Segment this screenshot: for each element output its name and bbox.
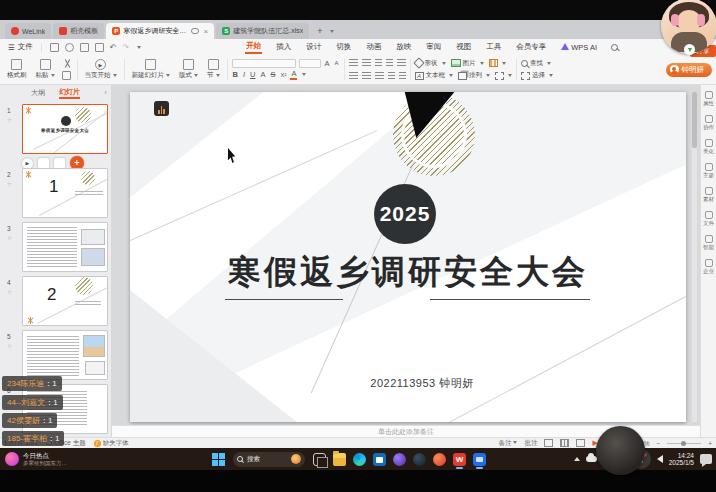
close-tab-icon[interactable]: × bbox=[204, 27, 209, 36]
notes-toggle[interactable]: 备注 bbox=[498, 439, 517, 448]
tab-wps-ai[interactable]: WPS AI bbox=[560, 42, 598, 53]
font-color-chevron-icon[interactable] bbox=[302, 73, 306, 76]
file-explorer-button[interactable] bbox=[333, 453, 346, 466]
webcam-expand-button[interactable] bbox=[684, 44, 695, 55]
tab-view[interactable]: 视图 bbox=[455, 41, 472, 53]
tab-docer[interactable]: 稻壳模板 bbox=[53, 23, 104, 39]
tab-member[interactable]: 会员专享 bbox=[515, 41, 547, 53]
tab-spreadsheet[interactable]: S 建筑学院队伍汇总.xlsx bbox=[216, 23, 309, 39]
taskbar-clock[interactable]: 14:24 2025/1/5 bbox=[669, 452, 694, 467]
sidebar-item-beautify[interactable]: 美化 bbox=[703, 139, 714, 155]
placeholder-button[interactable] bbox=[495, 72, 512, 80]
font-name-input[interactable] bbox=[232, 59, 296, 68]
arrange-button[interactable]: 排列 bbox=[458, 71, 490, 80]
sidebar-item-collab[interactable]: 协作 bbox=[703, 115, 714, 131]
numbering-icon[interactable] bbox=[362, 59, 371, 67]
decrease-indent-icon[interactable] bbox=[375, 59, 382, 67]
format-painter-button[interactable]: 格式刷 bbox=[4, 57, 30, 82]
clear-format-button[interactable]: A bbox=[259, 70, 266, 79]
tab-tools[interactable]: 工具 bbox=[485, 41, 502, 53]
sidebar-item-files[interactable]: 文件 bbox=[703, 211, 714, 227]
file-menu[interactable]: ☰ 文件 bbox=[0, 42, 41, 52]
sidebar-item-theme[interactable]: 主题 bbox=[703, 163, 714, 179]
section-button[interactable]: 节 bbox=[204, 57, 223, 82]
tab-animation[interactable]: 动画 bbox=[365, 41, 382, 53]
redo-icon[interactable]: ↷ bbox=[122, 43, 129, 52]
bold-button[interactable]: B bbox=[232, 70, 239, 79]
layout-button[interactable]: 版式 bbox=[176, 57, 201, 82]
notifications-icon[interactable] bbox=[700, 454, 712, 464]
zoom-out-button[interactable]: − bbox=[656, 440, 660, 447]
sorter-view-icon[interactable] bbox=[560, 439, 569, 447]
underline-button[interactable]: U bbox=[249, 70, 256, 79]
preview-icon[interactable] bbox=[95, 43, 104, 52]
current-slide[interactable]: 2025 寒假返乡调研安全大会 2022113953 钟明妍 bbox=[130, 92, 686, 422]
widgets-button[interactable]: 今日热点 多家收到国东方… bbox=[0, 452, 150, 466]
meeting-app-button[interactable] bbox=[473, 453, 486, 466]
app-orange-button[interactable] bbox=[433, 453, 446, 466]
undo-icon[interactable]: ↶ bbox=[110, 43, 117, 52]
missing-font-warning[interactable]: !缺失字体 bbox=[94, 439, 129, 448]
slides-tab[interactable]: 幻灯片 bbox=[59, 87, 80, 99]
tab-presentation-active[interactable]: P 寒假返乡调研安全大会.pptx × bbox=[106, 23, 214, 39]
font-size-input[interactable] bbox=[299, 59, 321, 68]
webcam-bubble-dark[interactable] bbox=[596, 426, 645, 475]
user-badge[interactable]: 钟明妍 bbox=[666, 63, 713, 77]
tab-slideshow[interactable]: 放映 bbox=[395, 41, 412, 53]
copy-button[interactable] bbox=[61, 71, 73, 81]
app-dark-button[interactable] bbox=[413, 453, 426, 466]
year-circle[interactable]: 2025 bbox=[374, 184, 436, 244]
columns-icon[interactable] bbox=[399, 72, 406, 80]
zoom-slider[interactable] bbox=[667, 443, 701, 444]
wps-office-button[interactable]: W bbox=[453, 453, 466, 466]
sidebar-item-assets[interactable]: 素材 bbox=[703, 187, 714, 203]
reading-view-icon[interactable] bbox=[576, 439, 585, 447]
author-row[interactable]: 2022113953 钟明妍 bbox=[130, 376, 686, 391]
collapse-panel-icon[interactable]: ‹ bbox=[104, 88, 107, 97]
new-tab-button[interactable]: + bbox=[317, 26, 322, 36]
slide-thumbnail-5[interactable] bbox=[22, 330, 108, 380]
slide-thumbnail-2[interactable]: 1 bbox=[22, 168, 108, 218]
cloud-tray-icon[interactable] bbox=[586, 456, 597, 462]
shapes-button[interactable]: 形状 bbox=[415, 59, 446, 68]
output-icon[interactable] bbox=[65, 43, 74, 52]
tab-design[interactable]: 设计 bbox=[305, 41, 322, 53]
zoom-in-button[interactable]: + bbox=[708, 440, 712, 447]
outline-tab[interactable]: 大纲 bbox=[31, 88, 45, 98]
new-slide-quick-button[interactable] bbox=[38, 158, 49, 169]
tab-insert[interactable]: 插入 bbox=[275, 41, 292, 53]
tray-expand-icon[interactable] bbox=[574, 457, 580, 461]
play-slide-button[interactable]: ▶ bbox=[22, 158, 33, 169]
tab-home[interactable]: 开始 bbox=[245, 40, 262, 54]
superscript-button[interactable]: X² bbox=[279, 72, 287, 78]
tab-list-chevron-icon[interactable] bbox=[330, 30, 334, 33]
picture-button[interactable]: 图片 bbox=[451, 59, 484, 68]
strikethrough-button[interactable]: S bbox=[269, 70, 276, 79]
paste-button[interactable]: 粘贴 bbox=[33, 57, 58, 82]
microsoft-store-button[interactable] bbox=[373, 453, 386, 466]
increase-indent-icon[interactable] bbox=[386, 59, 393, 67]
print-icon[interactable] bbox=[80, 43, 89, 52]
canvas-scrollbar-thumb[interactable] bbox=[692, 92, 697, 148]
slide-thumbnail-3[interactable] bbox=[22, 222, 108, 272]
slide-thumbnail-4[interactable]: 2 bbox=[22, 276, 108, 326]
align-center-icon[interactable] bbox=[362, 72, 371, 80]
sidebar-item-properties[interactable]: 属性 bbox=[703, 91, 714, 107]
decrease-font-icon[interactable]: A bbox=[334, 60, 340, 66]
tab-review[interactable]: 审阅 bbox=[425, 41, 442, 53]
tab-welink[interactable]: WeLink bbox=[5, 23, 51, 39]
bullets-icon[interactable] bbox=[349, 59, 358, 67]
select-button[interactable]: 选择 bbox=[521, 71, 553, 80]
slide-thumbnail-1[interactable]: 寒假返乡调研安全大会 bbox=[22, 104, 108, 154]
app-purple-button[interactable] bbox=[393, 453, 406, 466]
taskbar-search[interactable]: 搜索 bbox=[233, 452, 305, 467]
qat-chevron-icon[interactable] bbox=[137, 46, 141, 49]
tab-transition[interactable]: 切换 bbox=[335, 41, 352, 53]
speaker-icon[interactable] bbox=[657, 455, 663, 463]
save-icon[interactable] bbox=[50, 43, 59, 52]
play-from-current-button[interactable]: ▶ 当页开始 bbox=[82, 57, 120, 82]
chart-button[interactable] bbox=[489, 59, 506, 67]
duplicate-slide-button[interactable] bbox=[54, 158, 65, 169]
comments-toggle[interactable]: 批注 bbox=[524, 439, 537, 448]
new-slide-button[interactable]: 新建幻灯片 bbox=[129, 57, 174, 82]
